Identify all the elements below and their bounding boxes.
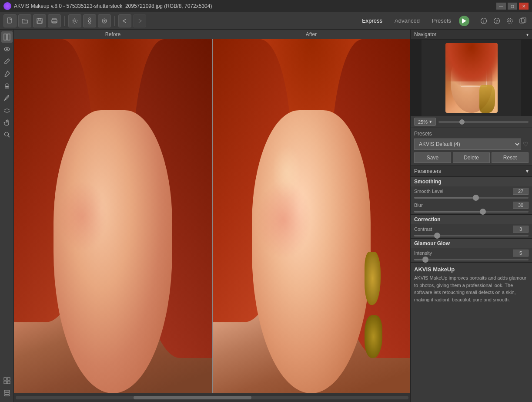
svg-rect-25 <box>5 86 9 87</box>
canvas-scrollbar[interactable] <box>14 393 410 402</box>
svg-rect-32 <box>4 390 10 392</box>
preferences-button[interactable] <box>504 15 515 27</box>
canvas-before <box>14 39 212 393</box>
svg-text:?: ? <box>495 19 498 24</box>
preset-dropdown[interactable]: AKVIS Default (4) <box>414 139 521 150</box>
description-title: AKVIS MakeUp <box>414 266 529 273</box>
smooth-level-input[interactable] <box>513 188 529 195</box>
intensity-input[interactable] <box>513 250 529 257</box>
scrollbar-track[interactable] <box>16 396 408 399</box>
preset-select-row: AKVIS Default (4) ♡ <box>414 139 529 150</box>
intensity-thumb[interactable] <box>422 257 428 263</box>
intensity-slider[interactable] <box>414 259 529 260</box>
run-button[interactable] <box>459 16 469 26</box>
scrollbar-thumb[interactable] <box>134 396 251 399</box>
settings-button[interactable] <box>68 14 81 27</box>
svg-point-24 <box>6 84 8 86</box>
correction-header: Correction <box>411 214 532 224</box>
smooth-level-fill <box>414 197 476 199</box>
svg-rect-0 <box>7 18 11 23</box>
intensity-label: Intensity <box>414 250 432 256</box>
mode-tabs: Express Advanced Presets <box>356 16 469 26</box>
blur-slider[interactable] <box>414 211 529 213</box>
layers-button[interactable] <box>1 387 13 399</box>
svg-rect-3 <box>37 21 42 23</box>
new-file-button[interactable] <box>3 14 17 27</box>
params-title: Parameters <box>414 168 441 174</box>
zoom-control: 25% ▾ <box>411 116 532 128</box>
toolbar-right-icons: i ? <box>478 15 529 27</box>
tools-panel <box>0 30 14 402</box>
main-layout: Before After <box>0 30 532 402</box>
navigator-chevron: ▾ <box>526 32 529 37</box>
toolbar: Express Advanced Presets i ? <box>0 12 532 30</box>
minimize-button[interactable]: — <box>496 3 506 10</box>
maximize-button[interactable]: □ <box>508 3 517 10</box>
smooth-level-slider[interactable] <box>414 197 529 199</box>
svg-rect-21 <box>7 34 10 40</box>
contrast-slider[interactable] <box>414 235 529 236</box>
blur-thumb[interactable] <box>480 209 486 215</box>
svg-rect-33 <box>4 392 10 394</box>
contrast-thumb[interactable] <box>434 233 440 239</box>
nav-preview-image <box>445 43 498 113</box>
preset-delete-button[interactable]: Delete <box>453 152 490 163</box>
split-view-button[interactable] <box>1 31 13 43</box>
svg-rect-31 <box>7 381 10 384</box>
svg-text:i: i <box>483 19 484 24</box>
svg-point-16 <box>509 20 511 22</box>
stamp-tool-button[interactable] <box>1 80 13 91</box>
back-button[interactable] <box>118 14 131 27</box>
dropper-tool-button[interactable] <box>1 92 13 104</box>
close-button[interactable]: ✕ <box>519 3 529 10</box>
svg-rect-28 <box>4 378 7 380</box>
zoom-dropdown[interactable]: 25% ▾ <box>414 118 436 126</box>
zoom-slider-thumb[interactable] <box>459 119 465 125</box>
smooth-level-label: Smooth Level <box>414 189 443 194</box>
glamour-glow-header: Glamour Glow <box>411 238 532 248</box>
zoom-dropdown-arrow: ▾ <box>429 119 432 125</box>
params-section: Parameters ▾ Smoothing Smooth Level Blu <box>411 166 532 262</box>
after-label: After <box>212 30 410 39</box>
plugin-settings-button[interactable] <box>83 14 96 27</box>
smudge-tool-button[interactable] <box>1 105 13 116</box>
titlebar: AKVIS Makeup v.8.0 - 575335123-shutterst… <box>0 0 532 12</box>
save-file-button[interactable] <box>33 14 46 27</box>
navigator-preview[interactable] <box>411 40 532 116</box>
canvas-image-container <box>14 39 410 393</box>
preset-reset-button[interactable]: Reset <box>492 152 529 163</box>
canvas-viewport[interactable] <box>14 39 410 402</box>
zoom-tool-button[interactable] <box>1 129 13 140</box>
nav-left-strip <box>411 40 422 116</box>
canvas-after <box>213 39 411 393</box>
params-header[interactable]: Parameters ▾ <box>411 166 532 176</box>
effects-button[interactable] <box>98 14 111 27</box>
grid-button[interactable] <box>1 375 13 386</box>
help-button[interactable]: ? <box>491 15 502 27</box>
svg-point-6 <box>74 20 76 22</box>
presets-section: Presets AKVIS Default (4) ♡ Save Delete … <box>411 128 532 166</box>
preset-favorite-button[interactable]: ♡ <box>523 141 529 148</box>
pencil-tool-button[interactable] <box>1 56 13 67</box>
smooth-level-row: Smooth Level <box>411 186 532 196</box>
brush-tool-button[interactable] <box>1 68 13 79</box>
navigator-header[interactable]: Navigator ▾ <box>411 30 532 40</box>
external-button[interactable] <box>517 15 529 27</box>
smooth-level-thumb[interactable] <box>473 195 479 201</box>
eye-tool-button[interactable] <box>1 44 13 55</box>
hand-tool-button[interactable] <box>1 117 13 128</box>
tab-presets[interactable]: Presets <box>426 16 457 26</box>
tab-express[interactable]: Express <box>356 16 388 26</box>
zoom-slider[interactable] <box>438 121 529 123</box>
print-button[interactable] <box>48 14 61 27</box>
forward-button[interactable] <box>133 14 146 27</box>
blur-input[interactable] <box>513 202 529 209</box>
tab-advanced[interactable]: Advanced <box>388 16 426 26</box>
open-file-button[interactable] <box>18 14 31 27</box>
blur-slider-row <box>411 210 532 214</box>
info-button[interactable]: i <box>478 15 489 27</box>
contrast-input[interactable] <box>513 226 529 233</box>
svg-rect-20 <box>4 34 7 40</box>
intensity-row: Intensity <box>411 248 532 258</box>
preset-save-button[interactable]: Save <box>414 152 451 163</box>
